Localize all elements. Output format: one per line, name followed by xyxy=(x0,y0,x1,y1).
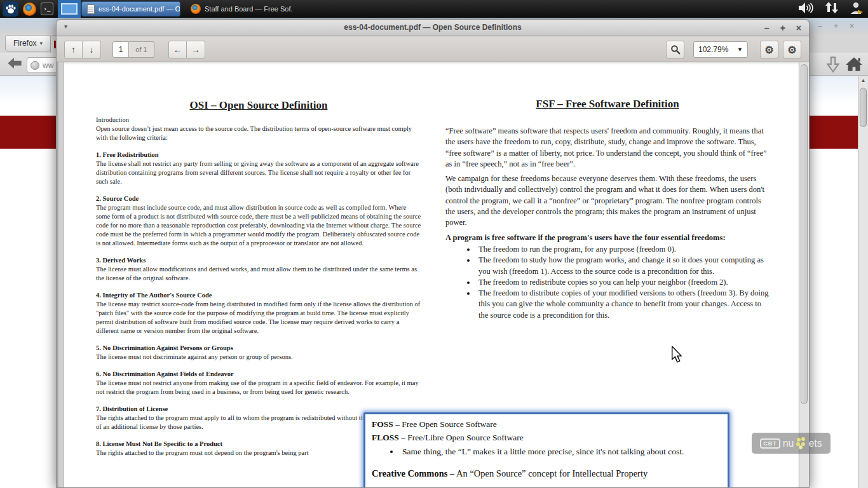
window-menu-caret-icon[interactable]: ▾ xyxy=(64,23,67,30)
globe-icon xyxy=(31,61,39,70)
app-menu-icon[interactable] xyxy=(3,1,18,17)
gear-icon: ⚙ xyxy=(787,44,796,56)
options-gear-button[interactable]: ⚙ xyxy=(783,41,801,58)
freedom-2: The freedom to redistribute copies so yo… xyxy=(476,277,770,288)
history-forward-button[interactable]: → xyxy=(187,41,205,58)
settings-gear-button[interactable]: ⚙ xyxy=(760,41,778,58)
firefox-scrollbar-thumb[interactable] xyxy=(860,88,867,127)
minimize-button[interactable]: – xyxy=(764,24,770,32)
fsf-paragraph-2: We campaign for these freedoms because e… xyxy=(445,173,770,228)
taskbar-item-firefox-label: Staff and Board — Free Sof... xyxy=(205,5,292,13)
foss-info-box: FOSS – Free Open Source Software FLOSS –… xyxy=(363,412,729,487)
firefox-maximize-button[interactable]: + xyxy=(834,22,838,30)
osi-section-1: 1. Free Redistribution The license shall… xyxy=(96,151,421,186)
history-back-button[interactable]: ← xyxy=(168,41,187,58)
download-button[interactable] xyxy=(825,56,841,76)
fsf-paragraph-1: “Free software” means software that resp… xyxy=(445,126,770,170)
user-menu-icon[interactable] xyxy=(850,1,863,17)
firefox-launcher-icon[interactable] xyxy=(23,3,36,16)
floss-line: FLOSS – Free/Libre Open Source Software xyxy=(372,431,721,445)
firefox-menu-label: Firefox xyxy=(13,39,37,48)
url-text: ww xyxy=(43,61,53,70)
home-icon xyxy=(845,57,863,72)
window-rect-icon xyxy=(61,3,78,15)
freedom-1: The freedom to study how the program wor… xyxy=(476,255,770,277)
pdf-titlebar: ▾ ess-04-document.pdf — Open Source Defi… xyxy=(57,20,809,36)
cbt-badge: CBT xyxy=(760,438,780,449)
download-arrow-icon xyxy=(825,56,841,74)
page-number-input[interactable]: 1 xyxy=(112,41,129,58)
maximize-button[interactable]: + xyxy=(780,24,785,32)
terminal-launcher-icon[interactable]: ›_ xyxy=(41,3,53,15)
page-up-button[interactable]: ↑ xyxy=(64,41,83,58)
pdf-toolbar: ↑ ↓ 1 of 1 ← → 102.79% ▼ ⚙ ⚙ xyxy=(57,37,809,62)
document-icon xyxy=(87,4,95,14)
osi-heading: OSI – Open Source Definition xyxy=(96,99,421,112)
taskbar-item-firefox[interactable]: Staff and Board — Free Sof... xyxy=(186,1,292,17)
fsf-freedoms-list: The freedom to run the program, for any … xyxy=(445,244,770,321)
search-button[interactable] xyxy=(666,41,684,58)
firefox-minimize-button[interactable]: – xyxy=(818,22,822,30)
home-button[interactable] xyxy=(845,57,863,74)
osi-section-4: 4. Integrity of The Author's Source Code… xyxy=(96,291,421,336)
back-button[interactable] xyxy=(8,58,23,71)
cbt-nuggets-watermark: CBT nu ets xyxy=(752,433,831,454)
gear-icon: ⚙ xyxy=(764,44,773,56)
close-button[interactable]: × xyxy=(796,24,801,32)
firefox-icon xyxy=(191,4,201,14)
pdf-page: OSI – Open Source Definition Introductio… xyxy=(57,62,799,487)
page-gutter xyxy=(57,62,64,487)
window-title: ess-04-document.pdf — Open Source Defini… xyxy=(57,20,809,36)
osi-intro-text: Open source doesn’t just mean access to … xyxy=(96,125,421,142)
fsf-heading: FSF – Free Software Definition xyxy=(445,98,770,111)
osi-section-2: 2. Source Code The program must include … xyxy=(96,194,421,248)
zoom-caret-icon: ▼ xyxy=(737,46,743,53)
window-switcher-icon[interactable] xyxy=(58,0,81,18)
pdf-scrollbar[interactable] xyxy=(799,62,809,487)
osi-section-6: 6. No Discrimination Against Fields of E… xyxy=(96,370,421,396)
search-icon xyxy=(670,44,681,55)
taskbar: ›_ ess-04-document.pdf — O... Staff and … xyxy=(0,0,868,18)
page-count-label: of 1 xyxy=(129,41,154,58)
freedom-0: The freedom to run the program, for any … xyxy=(476,244,770,255)
mouse-cursor xyxy=(671,346,683,367)
firefox-window-controls: – + × xyxy=(818,22,854,30)
fsf-column: FSF – Free Software Definition “Free sof… xyxy=(445,98,770,321)
page-down-button[interactable]: ↓ xyxy=(83,41,101,58)
osi-section-3: 3. Derived Works The license must allow … xyxy=(96,256,421,283)
fsf-freedoms-intro: A program is free software if the progra… xyxy=(445,233,770,243)
paw-icon xyxy=(5,3,17,15)
network-arrows-icon[interactable] xyxy=(825,2,838,16)
volume-icon[interactable] xyxy=(799,3,814,16)
osi-intro-label: Introduction xyxy=(96,116,421,125)
chevron-down-icon: ▾ xyxy=(40,40,43,46)
foss-line: FOSS – Free Open Source Software xyxy=(372,418,721,431)
osi-section-5: 5. No Discrimination Against Persons or … xyxy=(96,344,421,362)
zoom-select[interactable]: 102.79% ▼ xyxy=(693,41,748,58)
osi-column: OSI – Open Source Definition Introductio… xyxy=(96,99,421,458)
firefox-close-button[interactable]: × xyxy=(850,22,854,30)
pdf-scrollbar-thumb[interactable] xyxy=(801,64,808,404)
floss-bullet: Same thing, the “L” makes it a little mo… xyxy=(400,445,721,458)
pdf-viewer-window: ▾ ess-04-document.pdf — Open Source Defi… xyxy=(56,19,810,488)
creative-commons-line: Creative Commons – An “Open Source” conc… xyxy=(372,467,721,480)
freedom-3: The freedom to distribute copies of your… xyxy=(476,288,770,321)
taskbar-item-pdf-label: ess-04-document.pdf — O... xyxy=(98,5,180,13)
taskbar-item-pdf[interactable]: ess-04-document.pdf — O... xyxy=(81,1,180,17)
nuggets-dots-icon xyxy=(796,437,806,449)
zoom-value: 102.79% xyxy=(698,45,728,54)
firefox-menu-button[interactable]: Firefox ▾ xyxy=(5,35,51,51)
scrollbar-up-icon[interactable]: ▲ xyxy=(858,76,868,85)
firefox-scrollbar[interactable]: ▲ xyxy=(858,76,868,488)
